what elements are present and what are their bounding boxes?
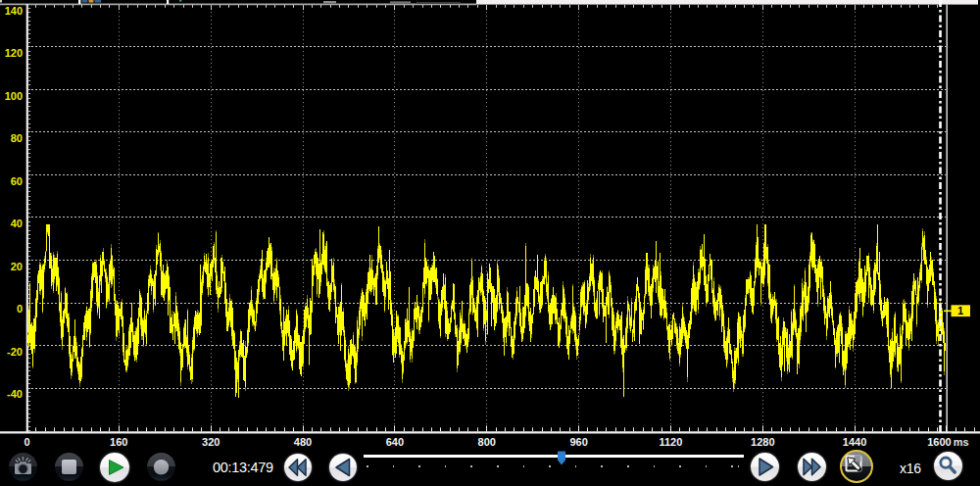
svg-text:100: 100 [5,90,23,102]
svg-text:480: 480 [294,436,312,448]
svg-text:1440: 1440 [843,436,866,448]
svg-text:60: 60 [11,175,23,187]
svg-text:80: 80 [11,132,23,144]
svg-text:800: 800 [478,436,496,448]
svg-text:640: 640 [386,436,404,448]
svg-text:0: 0 [24,436,29,448]
svg-text:40: 40 [11,218,23,229]
svg-text:-20: -20 [7,346,23,358]
svg-text:20: 20 [11,261,23,272]
svg-text:960: 960 [569,436,587,448]
svg-text:120: 120 [5,47,23,59]
svg-text:1120: 1120 [659,436,682,448]
svg-text:160: 160 [110,436,127,448]
svg-text:ms: ms [954,436,969,448]
svg-text:-40: -40 [7,388,23,400]
svg-text:1600: 1600 [927,436,951,448]
svg-text:320: 320 [202,436,220,448]
svg-text:0: 0 [17,303,23,315]
svg-text:140: 140 [5,5,23,17]
svg-text:1: 1 [957,305,963,316]
svg-text:1280: 1280 [751,436,774,448]
